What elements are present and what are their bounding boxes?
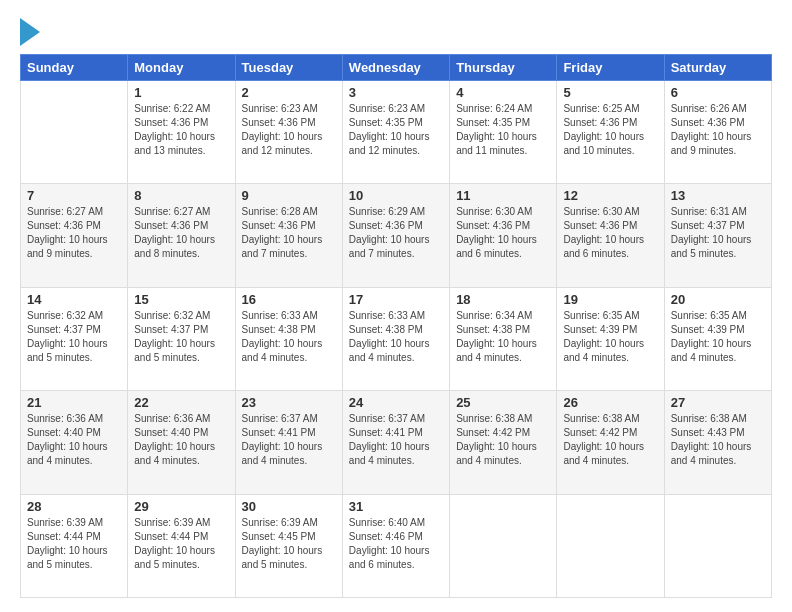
day-info: Sunrise: 6:39 AMSunset: 4:45 PMDaylight:…	[242, 516, 336, 572]
calendar-cell: 22Sunrise: 6:36 AMSunset: 4:40 PMDayligh…	[128, 391, 235, 494]
day-info: Sunrise: 6:36 AMSunset: 4:40 PMDaylight:…	[134, 412, 228, 468]
calendar-cell: 27Sunrise: 6:38 AMSunset: 4:43 PMDayligh…	[664, 391, 771, 494]
calendar-cell: 23Sunrise: 6:37 AMSunset: 4:41 PMDayligh…	[235, 391, 342, 494]
day-number: 15	[134, 292, 228, 307]
day-info: Sunrise: 6:24 AMSunset: 4:35 PMDaylight:…	[456, 102, 550, 158]
day-info: Sunrise: 6:36 AMSunset: 4:40 PMDaylight:…	[27, 412, 121, 468]
day-number: 27	[671, 395, 765, 410]
day-info: Sunrise: 6:38 AMSunset: 4:43 PMDaylight:…	[671, 412, 765, 468]
day-number: 4	[456, 85, 550, 100]
day-info: Sunrise: 6:30 AMSunset: 4:36 PMDaylight:…	[563, 205, 657, 261]
calendar-cell: 25Sunrise: 6:38 AMSunset: 4:42 PMDayligh…	[450, 391, 557, 494]
day-info: Sunrise: 6:40 AMSunset: 4:46 PMDaylight:…	[349, 516, 443, 572]
calendar-week-5: 28Sunrise: 6:39 AMSunset: 4:44 PMDayligh…	[21, 494, 772, 597]
calendar-cell: 31Sunrise: 6:40 AMSunset: 4:46 PMDayligh…	[342, 494, 449, 597]
logo-icon	[20, 18, 40, 46]
day-info: Sunrise: 6:34 AMSunset: 4:38 PMDaylight:…	[456, 309, 550, 365]
day-number: 25	[456, 395, 550, 410]
day-info: Sunrise: 6:30 AMSunset: 4:36 PMDaylight:…	[456, 205, 550, 261]
day-info: Sunrise: 6:33 AMSunset: 4:38 PMDaylight:…	[242, 309, 336, 365]
col-wednesday: Wednesday	[342, 55, 449, 81]
col-friday: Friday	[557, 55, 664, 81]
calendar-week-1: 1Sunrise: 6:22 AMSunset: 4:36 PMDaylight…	[21, 81, 772, 184]
day-number: 21	[27, 395, 121, 410]
day-info: Sunrise: 6:29 AMSunset: 4:36 PMDaylight:…	[349, 205, 443, 261]
header-row: Sunday Monday Tuesday Wednesday Thursday…	[21, 55, 772, 81]
calendar-cell: 12Sunrise: 6:30 AMSunset: 4:36 PMDayligh…	[557, 184, 664, 287]
calendar-cell: 14Sunrise: 6:32 AMSunset: 4:37 PMDayligh…	[21, 287, 128, 390]
day-info: Sunrise: 6:39 AMSunset: 4:44 PMDaylight:…	[134, 516, 228, 572]
calendar-cell	[450, 494, 557, 597]
day-number: 6	[671, 85, 765, 100]
page: Sunday Monday Tuesday Wednesday Thursday…	[0, 0, 792, 612]
col-saturday: Saturday	[664, 55, 771, 81]
day-info: Sunrise: 6:27 AMSunset: 4:36 PMDaylight:…	[134, 205, 228, 261]
day-info: Sunrise: 6:38 AMSunset: 4:42 PMDaylight:…	[456, 412, 550, 468]
day-number: 1	[134, 85, 228, 100]
day-number: 5	[563, 85, 657, 100]
calendar-cell: 3Sunrise: 6:23 AMSunset: 4:35 PMDaylight…	[342, 81, 449, 184]
day-number: 20	[671, 292, 765, 307]
calendar-cell: 5Sunrise: 6:25 AMSunset: 4:36 PMDaylight…	[557, 81, 664, 184]
header	[20, 18, 772, 46]
svg-marker-0	[20, 18, 40, 46]
calendar-cell: 18Sunrise: 6:34 AMSunset: 4:38 PMDayligh…	[450, 287, 557, 390]
col-thursday: Thursday	[450, 55, 557, 81]
calendar-week-4: 21Sunrise: 6:36 AMSunset: 4:40 PMDayligh…	[21, 391, 772, 494]
calendar-cell	[21, 81, 128, 184]
day-number: 24	[349, 395, 443, 410]
day-info: Sunrise: 6:27 AMSunset: 4:36 PMDaylight:…	[27, 205, 121, 261]
day-info: Sunrise: 6:38 AMSunset: 4:42 PMDaylight:…	[563, 412, 657, 468]
calendar-table: Sunday Monday Tuesday Wednesday Thursday…	[20, 54, 772, 598]
calendar-cell: 20Sunrise: 6:35 AMSunset: 4:39 PMDayligh…	[664, 287, 771, 390]
calendar-cell: 15Sunrise: 6:32 AMSunset: 4:37 PMDayligh…	[128, 287, 235, 390]
day-info: Sunrise: 6:28 AMSunset: 4:36 PMDaylight:…	[242, 205, 336, 261]
calendar-cell: 29Sunrise: 6:39 AMSunset: 4:44 PMDayligh…	[128, 494, 235, 597]
day-number: 11	[456, 188, 550, 203]
day-info: Sunrise: 6:32 AMSunset: 4:37 PMDaylight:…	[27, 309, 121, 365]
calendar-cell: 28Sunrise: 6:39 AMSunset: 4:44 PMDayligh…	[21, 494, 128, 597]
day-number: 12	[563, 188, 657, 203]
day-info: Sunrise: 6:31 AMSunset: 4:37 PMDaylight:…	[671, 205, 765, 261]
day-number: 26	[563, 395, 657, 410]
calendar-cell: 17Sunrise: 6:33 AMSunset: 4:38 PMDayligh…	[342, 287, 449, 390]
calendar-cell: 30Sunrise: 6:39 AMSunset: 4:45 PMDayligh…	[235, 494, 342, 597]
day-number: 14	[27, 292, 121, 307]
calendar-cell: 13Sunrise: 6:31 AMSunset: 4:37 PMDayligh…	[664, 184, 771, 287]
day-number: 8	[134, 188, 228, 203]
day-info: Sunrise: 6:35 AMSunset: 4:39 PMDaylight:…	[563, 309, 657, 365]
calendar-cell: 6Sunrise: 6:26 AMSunset: 4:36 PMDaylight…	[664, 81, 771, 184]
day-number: 13	[671, 188, 765, 203]
calendar-week-2: 7Sunrise: 6:27 AMSunset: 4:36 PMDaylight…	[21, 184, 772, 287]
day-info: Sunrise: 6:23 AMSunset: 4:35 PMDaylight:…	[349, 102, 443, 158]
day-info: Sunrise: 6:39 AMSunset: 4:44 PMDaylight:…	[27, 516, 121, 572]
day-info: Sunrise: 6:22 AMSunset: 4:36 PMDaylight:…	[134, 102, 228, 158]
day-number: 17	[349, 292, 443, 307]
day-info: Sunrise: 6:33 AMSunset: 4:38 PMDaylight:…	[349, 309, 443, 365]
calendar-body: 1Sunrise: 6:22 AMSunset: 4:36 PMDaylight…	[21, 81, 772, 598]
day-number: 19	[563, 292, 657, 307]
day-info: Sunrise: 6:23 AMSunset: 4:36 PMDaylight:…	[242, 102, 336, 158]
calendar-cell: 1Sunrise: 6:22 AMSunset: 4:36 PMDaylight…	[128, 81, 235, 184]
day-info: Sunrise: 6:37 AMSunset: 4:41 PMDaylight:…	[242, 412, 336, 468]
logo	[20, 18, 42, 46]
day-number: 10	[349, 188, 443, 203]
day-number: 18	[456, 292, 550, 307]
day-number: 3	[349, 85, 443, 100]
calendar-week-3: 14Sunrise: 6:32 AMSunset: 4:37 PMDayligh…	[21, 287, 772, 390]
day-number: 7	[27, 188, 121, 203]
calendar-cell	[557, 494, 664, 597]
calendar-cell: 24Sunrise: 6:37 AMSunset: 4:41 PMDayligh…	[342, 391, 449, 494]
calendar-cell: 4Sunrise: 6:24 AMSunset: 4:35 PMDaylight…	[450, 81, 557, 184]
day-info: Sunrise: 6:37 AMSunset: 4:41 PMDaylight:…	[349, 412, 443, 468]
calendar-cell: 2Sunrise: 6:23 AMSunset: 4:36 PMDaylight…	[235, 81, 342, 184]
day-number: 28	[27, 499, 121, 514]
day-info: Sunrise: 6:26 AMSunset: 4:36 PMDaylight:…	[671, 102, 765, 158]
calendar-cell: 21Sunrise: 6:36 AMSunset: 4:40 PMDayligh…	[21, 391, 128, 494]
calendar-cell: 10Sunrise: 6:29 AMSunset: 4:36 PMDayligh…	[342, 184, 449, 287]
calendar-header: Sunday Monday Tuesday Wednesday Thursday…	[21, 55, 772, 81]
calendar-cell: 19Sunrise: 6:35 AMSunset: 4:39 PMDayligh…	[557, 287, 664, 390]
day-number: 23	[242, 395, 336, 410]
day-number: 30	[242, 499, 336, 514]
day-info: Sunrise: 6:35 AMSunset: 4:39 PMDaylight:…	[671, 309, 765, 365]
